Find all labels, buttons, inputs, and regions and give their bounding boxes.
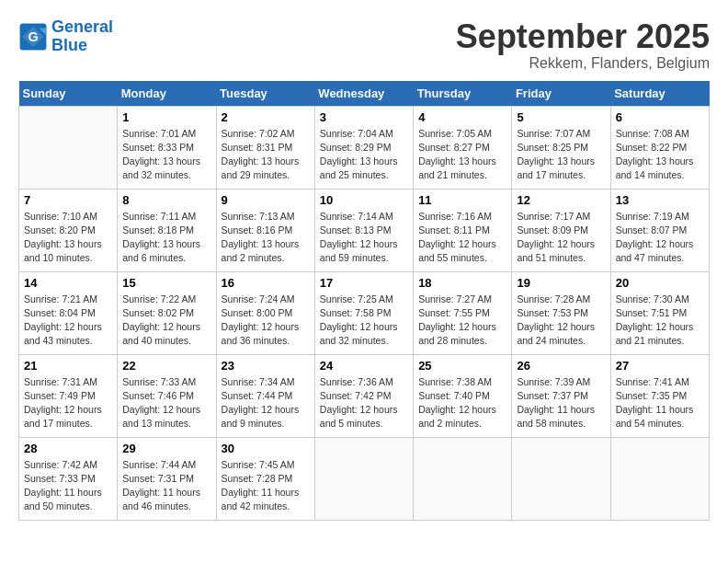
day-number: 18 [418, 276, 506, 290]
day-number: 3 [320, 110, 408, 124]
logo: G General Blue [18, 18, 113, 55]
calendar-cell: 13Sunrise: 7:19 AM Sunset: 8:07 PM Dayli… [610, 189, 709, 271]
day-info: Sunrise: 7:39 AM Sunset: 7:37 PM Dayligh… [517, 375, 605, 431]
day-info: Sunrise: 7:36 AM Sunset: 7:42 PM Dayligh… [320, 375, 408, 431]
calendar-cell: 1Sunrise: 7:01 AM Sunset: 8:33 PM Daylig… [118, 106, 216, 189]
calendar-cell: 10Sunrise: 7:14 AM Sunset: 8:13 PM Dayli… [314, 189, 413, 271]
weekday-header-saturday: Saturday [610, 81, 709, 107]
calendar-cell [610, 437, 709, 520]
day-number: 19 [517, 276, 605, 290]
day-info: Sunrise: 7:45 AM Sunset: 7:28 PM Dayligh… [222, 458, 310, 514]
calendar-cell: 14Sunrise: 7:21 AM Sunset: 8:04 PM Dayli… [19, 271, 118, 354]
day-info: Sunrise: 7:24 AM Sunset: 8:00 PM Dayligh… [222, 293, 310, 349]
day-info: Sunrise: 7:16 AM Sunset: 8:11 PM Dayligh… [418, 210, 506, 266]
day-info: Sunrise: 7:11 AM Sunset: 8:18 PM Dayligh… [122, 210, 210, 266]
day-info: Sunrise: 7:33 AM Sunset: 7:46 PM Dayligh… [122, 375, 210, 431]
day-number: 7 [24, 193, 112, 207]
day-number: 27 [616, 359, 704, 373]
day-number: 1 [122, 110, 210, 124]
calendar-cell: 3Sunrise: 7:04 AM Sunset: 8:29 PM Daylig… [314, 106, 413, 189]
day-info: Sunrise: 7:08 AM Sunset: 8:22 PM Dayligh… [616, 127, 704, 183]
calendar-cell: 2Sunrise: 7:02 AM Sunset: 8:31 PM Daylig… [216, 106, 314, 189]
day-info: Sunrise: 7:30 AM Sunset: 7:51 PM Dayligh… [616, 293, 704, 349]
day-number: 14 [24, 276, 112, 290]
day-info: Sunrise: 7:14 AM Sunset: 8:13 PM Dayligh… [320, 210, 408, 266]
day-number: 21 [24, 359, 112, 373]
calendar-cell [512, 437, 610, 520]
day-info: Sunrise: 7:25 AM Sunset: 7:58 PM Dayligh… [320, 293, 408, 349]
day-info: Sunrise: 7:41 AM Sunset: 7:35 PM Dayligh… [616, 375, 704, 431]
day-info: Sunrise: 7:22 AM Sunset: 8:02 PM Dayligh… [122, 293, 210, 349]
day-info: Sunrise: 7:02 AM Sunset: 8:31 PM Dayligh… [222, 127, 310, 183]
day-info: Sunrise: 7:38 AM Sunset: 7:40 PM Dayligh… [418, 375, 506, 431]
calendar-cell: 30Sunrise: 7:45 AM Sunset: 7:28 PM Dayli… [216, 437, 314, 520]
calendar-cell [19, 106, 118, 189]
day-number: 20 [616, 276, 704, 290]
calendar-cell: 12Sunrise: 7:17 AM Sunset: 8:09 PM Dayli… [512, 189, 610, 271]
week-row-4: 21Sunrise: 7:31 AM Sunset: 7:49 PM Dayli… [19, 354, 710, 437]
day-info: Sunrise: 7:34 AM Sunset: 7:44 PM Dayligh… [222, 375, 310, 431]
calendar-cell: 17Sunrise: 7:25 AM Sunset: 7:58 PM Dayli… [314, 271, 413, 354]
calendar-cell: 22Sunrise: 7:33 AM Sunset: 7:46 PM Dayli… [118, 354, 216, 437]
day-info: Sunrise: 7:42 AM Sunset: 7:33 PM Dayligh… [24, 458, 112, 514]
day-number: 5 [517, 110, 605, 124]
day-info: Sunrise: 7:13 AM Sunset: 8:16 PM Dayligh… [222, 210, 310, 266]
day-number: 29 [122, 442, 210, 455]
day-number: 9 [222, 193, 310, 207]
day-number: 30 [222, 442, 310, 455]
weekday-header-row: SundayMondayTuesdayWednesdayThursdayFrid… [19, 81, 710, 107]
logo-icon: G [18, 22, 48, 52]
weekday-header-friday: Friday [512, 81, 610, 107]
calendar-cell: 9Sunrise: 7:13 AM Sunset: 8:16 PM Daylig… [216, 189, 314, 271]
calendar-cell: 19Sunrise: 7:28 AM Sunset: 7:53 PM Dayli… [512, 271, 610, 354]
day-number: 2 [222, 110, 310, 124]
calendar-cell: 29Sunrise: 7:44 AM Sunset: 7:31 PM Dayli… [118, 437, 216, 520]
day-number: 23 [222, 359, 310, 373]
day-number: 15 [122, 276, 210, 290]
day-info: Sunrise: 7:31 AM Sunset: 7:49 PM Dayligh… [24, 375, 112, 431]
week-row-3: 14Sunrise: 7:21 AM Sunset: 8:04 PM Dayli… [19, 271, 710, 354]
calendar-cell: 7Sunrise: 7:10 AM Sunset: 8:20 PM Daylig… [19, 189, 118, 271]
day-info: Sunrise: 7:01 AM Sunset: 8:33 PM Dayligh… [122, 127, 210, 183]
calendar-cell: 23Sunrise: 7:34 AM Sunset: 7:44 PM Dayli… [216, 354, 314, 437]
day-number: 17 [320, 276, 408, 290]
calendar-cell: 27Sunrise: 7:41 AM Sunset: 7:35 PM Dayli… [610, 354, 709, 437]
day-info: Sunrise: 7:05 AM Sunset: 8:27 PM Dayligh… [418, 127, 506, 183]
calendar-cell: 15Sunrise: 7:22 AM Sunset: 8:02 PM Dayli… [118, 271, 216, 354]
day-number: 6 [616, 110, 704, 124]
logo-text: General Blue [51, 18, 113, 55]
day-number: 8 [122, 193, 210, 207]
day-number: 4 [418, 110, 506, 124]
day-info: Sunrise: 7:21 AM Sunset: 8:04 PM Dayligh… [24, 293, 112, 349]
calendar-cell: 16Sunrise: 7:24 AM Sunset: 8:00 PM Dayli… [216, 271, 314, 354]
svg-text:G: G [28, 29, 38, 44]
day-number: 12 [517, 193, 605, 207]
month-title: September 2025 [456, 18, 710, 55]
calendar-cell: 6Sunrise: 7:08 AM Sunset: 8:22 PM Daylig… [610, 106, 709, 189]
day-info: Sunrise: 7:17 AM Sunset: 8:09 PM Dayligh… [517, 210, 605, 266]
weekday-header-sunday: Sunday [19, 81, 118, 107]
calendar-cell: 20Sunrise: 7:30 AM Sunset: 7:51 PM Dayli… [610, 271, 709, 354]
calendar-cell: 26Sunrise: 7:39 AM Sunset: 7:37 PM Dayli… [512, 354, 610, 437]
day-info: Sunrise: 7:19 AM Sunset: 8:07 PM Dayligh… [616, 210, 704, 266]
day-number: 25 [418, 359, 506, 373]
location: Rekkem, Flanders, Belgium [456, 55, 710, 72]
calendar-cell: 24Sunrise: 7:36 AM Sunset: 7:42 PM Dayli… [314, 354, 413, 437]
day-number: 26 [517, 359, 605, 373]
day-info: Sunrise: 7:27 AM Sunset: 7:55 PM Dayligh… [418, 293, 506, 349]
day-number: 10 [320, 193, 408, 207]
weekday-header-thursday: Thursday [414, 81, 512, 107]
day-info: Sunrise: 7:28 AM Sunset: 7:53 PM Dayligh… [517, 293, 605, 349]
title-block: September 2025 Rekkem, Flanders, Belgium [456, 18, 710, 72]
calendar-cell: 18Sunrise: 7:27 AM Sunset: 7:55 PM Dayli… [414, 271, 512, 354]
day-number: 13 [616, 193, 704, 207]
calendar-cell: 11Sunrise: 7:16 AM Sunset: 8:11 PM Dayli… [414, 189, 512, 271]
week-row-1: 1Sunrise: 7:01 AM Sunset: 8:33 PM Daylig… [19, 106, 710, 189]
day-info: Sunrise: 7:44 AM Sunset: 7:31 PM Dayligh… [122, 458, 210, 514]
calendar-cell: 28Sunrise: 7:42 AM Sunset: 7:33 PM Dayli… [19, 437, 118, 520]
day-info: Sunrise: 7:07 AM Sunset: 8:25 PM Dayligh… [517, 127, 605, 183]
weekday-header-wednesday: Wednesday [314, 81, 413, 107]
day-number: 24 [320, 359, 408, 373]
weekday-header-monday: Monday [118, 81, 216, 107]
day-number: 22 [122, 359, 210, 373]
